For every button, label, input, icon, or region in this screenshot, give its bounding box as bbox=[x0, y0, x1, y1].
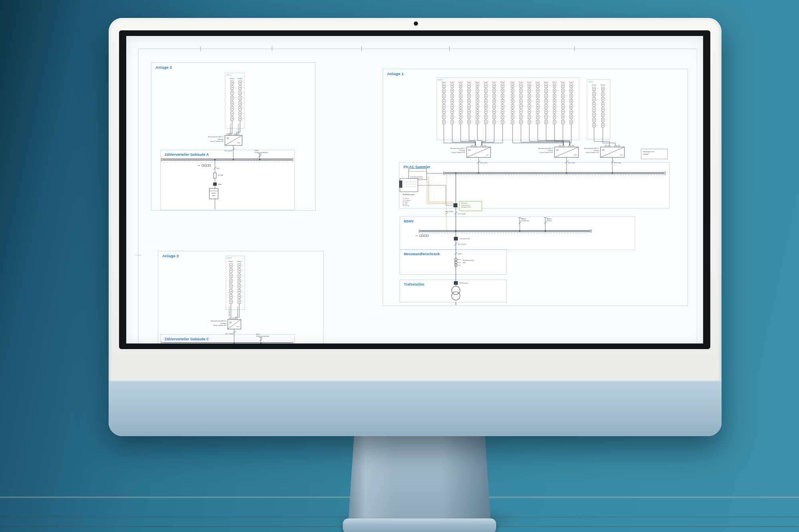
svg-text:NYY-J 5x16: NYY-J 5x16 bbox=[614, 162, 621, 164]
svg-text:3-phasig: 3-phasig bbox=[459, 150, 465, 151]
sheet-frame bbox=[135, 46, 697, 343]
svg-text:Wechselrichter WR 1.1: Wechselrichter WR 1.1 bbox=[450, 148, 465, 149]
svg-text:Sunny Tripower 8.0: Sunny Tripower 8.0 bbox=[210, 141, 223, 142]
svg-text:Abgang: Abgang bbox=[521, 218, 526, 220]
svg-text:Wechselrichter WR 2.1: Wechselrichter WR 2.1 bbox=[208, 136, 223, 138]
scene: Anlage 2 Zählerverteiler Gebäude A Anlag… bbox=[0, 0, 799, 532]
svg-text:Reserve: Reserve bbox=[547, 220, 552, 222]
single-line-diagram: Dach 1String 1String 2Solarkabel 6 mm²So… bbox=[126, 36, 703, 343]
monitor-stand-neck bbox=[348, 436, 491, 521]
webcam-icon bbox=[414, 22, 418, 26]
transformer-symbol bbox=[452, 286, 460, 300]
roof-label: Dach 2 bbox=[588, 81, 593, 83]
svg-text:String 2: String 2 bbox=[600, 84, 605, 86]
svg-text:N · blau: N · blau bbox=[403, 203, 407, 205]
svg-text:L2 · schwarz: L2 · schwarz bbox=[403, 200, 411, 201]
pv-string bbox=[485, 84, 490, 124]
svg-text:Abgang: Abgang bbox=[547, 218, 552, 220]
monitor-chin bbox=[109, 380, 721, 436]
pv-string bbox=[451, 84, 457, 124]
pv-string bbox=[545, 84, 551, 124]
svg-text:Kabellängen siehe: Kabellängen siehe bbox=[643, 151, 655, 153]
svg-text:NH00: NH00 bbox=[218, 184, 222, 185]
pv-string bbox=[528, 84, 534, 124]
svg-text:NYY-J 5x16: NYY-J 5x16 bbox=[225, 333, 233, 335]
inverter-symbol bbox=[600, 145, 624, 157]
anlage3-diagram: Dach 1String 1String 2Solarkabel 6 mm²So… bbox=[161, 257, 293, 343]
svg-text:Wechselrichter WR 1.3: Wechselrichter WR 1.3 bbox=[584, 148, 599, 149]
svg-text:String 2: String 2 bbox=[519, 81, 523, 83]
pv-string bbox=[468, 84, 473, 124]
roof-label: Dach 1 bbox=[438, 79, 443, 81]
pe-terminal-strip: PE bbox=[415, 235, 429, 237]
monitor-stand-base bbox=[343, 518, 496, 532]
svg-text:NYY-J 5x16: NYY-J 5x16 bbox=[480, 162, 487, 164]
energy-meter-symbol: ZählerkWh bbox=[209, 189, 218, 199]
svg-text:Relais: Relais bbox=[255, 150, 259, 151]
svg-text:NYY-J 4x240: NYY-J 4x240 bbox=[458, 213, 465, 215]
svg-text:String 7: String 7 bbox=[560, 81, 565, 83]
pv-string bbox=[553, 84, 559, 124]
svg-text:String 5: String 5 bbox=[475, 81, 480, 83]
svg-text:Wandlermessung: Wandlermessung bbox=[463, 260, 474, 261]
current-transformer-symbol bbox=[454, 258, 461, 266]
svg-text:L3 · grau: L3 · grau bbox=[403, 201, 408, 203]
pv-string bbox=[602, 87, 607, 127]
svg-text:3-phasig: 3-phasig bbox=[547, 150, 553, 151]
svg-text:SLS 63A: SLS 63A bbox=[218, 175, 223, 176]
pv-string bbox=[511, 84, 517, 124]
svg-text:Sunny Tripower 25.0: Sunny Tripower 25.0 bbox=[452, 152, 465, 153]
inverter-symbol bbox=[555, 145, 578, 157]
svg-text:3-phasig: 3-phasig bbox=[593, 150, 599, 151]
green-note-box: NA-SchutzKuppelschalterVDE-AR-N 4105 bbox=[459, 201, 482, 211]
inverter-symbol bbox=[467, 145, 491, 157]
pv-string bbox=[238, 264, 244, 304]
svg-text:String 6: String 6 bbox=[552, 81, 557, 83]
pv-string bbox=[537, 84, 542, 124]
svg-text:String 8: String 8 bbox=[500, 81, 505, 83]
svg-text:kWh: kWh bbox=[463, 262, 465, 264]
pv-string bbox=[562, 84, 567, 124]
svg-text:String 2: String 2 bbox=[237, 261, 242, 262]
pe-terminal-strip: PE bbox=[198, 165, 211, 167]
pv-string bbox=[476, 84, 482, 124]
svg-text:NYY-J 5x16: NYY-J 5x16 bbox=[225, 150, 232, 152]
svg-text:NYY-J 4x240: NYY-J 4x240 bbox=[458, 244, 466, 245]
svg-text:String 1: String 1 bbox=[229, 261, 233, 262]
svg-text:4x240: 4x240 bbox=[458, 253, 461, 255]
svg-text:VDE-AR-N 4105: VDE-AR-N 4105 bbox=[461, 206, 471, 208]
pv-string bbox=[231, 81, 237, 121]
roof-label: Dach 1 bbox=[227, 74, 231, 76]
svg-text:L1 · braun: L1 · braun bbox=[403, 198, 409, 199]
svg-text:NYY-J 4x240: NYY-J 4x240 bbox=[445, 211, 453, 212]
svg-text:String 1: String 1 bbox=[441, 81, 446, 83]
svg-text:String 2: String 2 bbox=[450, 81, 455, 83]
anlage2-diagram: Dach 1String 1String 2Solarkabel 6 mm²So… bbox=[161, 74, 293, 209]
svg-text:Zähler: Zähler bbox=[212, 193, 216, 194]
svg-text:String 8: String 8 bbox=[569, 81, 574, 83]
roof-label: Dach 1 bbox=[227, 257, 232, 259]
svg-text:String 2: String 2 bbox=[238, 78, 242, 79]
svg-text:Sunny Tripower 6.0: Sunny Tripower 6.0 bbox=[213, 325, 226, 326]
pv-string bbox=[493, 84, 499, 124]
svg-text:Sunny Tripower 10.0: Sunny Tripower 10.0 bbox=[586, 152, 599, 153]
svg-text:kWh: kWh bbox=[212, 195, 215, 197]
inverter-symbol bbox=[228, 318, 241, 329]
svg-text:Rundsteuerempfänger: Rundsteuerempfänger bbox=[256, 335, 270, 337]
svg-text:PE: PE bbox=[198, 165, 200, 167]
svg-text:Rundsteuerempfänger: Rundsteuerempfänger bbox=[255, 152, 268, 153]
svg-text:Lageplan: Lageplan bbox=[643, 153, 649, 155]
svg-text:Wechselrichter WR 1.2: Wechselrichter WR 1.2 bbox=[538, 148, 553, 149]
svg-text:Solarkabel 6 mm²: Solarkabel 6 mm² bbox=[230, 124, 231, 134]
svg-text:String 7: String 7 bbox=[492, 81, 497, 83]
svg-text:String 1: String 1 bbox=[592, 84, 596, 86]
svg-text:Kuppelschalter: Kuppelschalter bbox=[461, 204, 470, 206]
screen-content: Anlage 2 Zählerverteiler Gebäude A Anlag… bbox=[126, 36, 703, 343]
pv-string bbox=[520, 84, 525, 124]
svg-text:Relais: Relais bbox=[256, 333, 260, 335]
svg-text:PE: PE bbox=[415, 235, 418, 237]
svg-text:Lasttrennschalter: Lasttrennschalter bbox=[459, 238, 470, 240]
svg-text:NYY-J 5x16: NYY-J 5x16 bbox=[568, 162, 575, 164]
pv-string bbox=[501, 84, 507, 124]
svg-text:String 4: String 4 bbox=[467, 81, 471, 83]
